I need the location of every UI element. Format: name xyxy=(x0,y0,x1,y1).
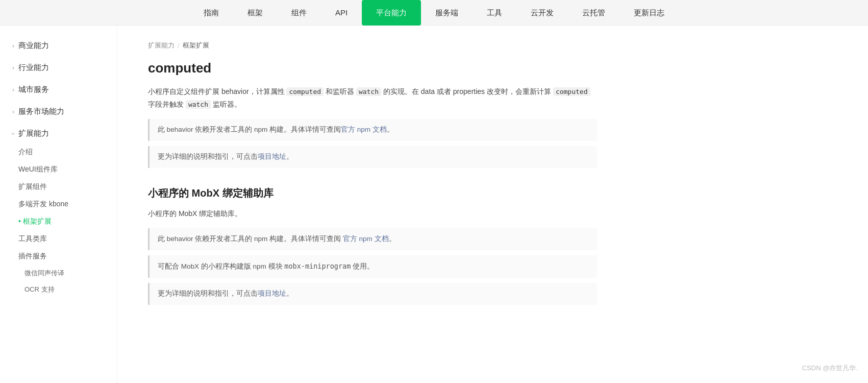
info-block-2: 更为详细的说明和指引，可点击项目地址。 xyxy=(148,146,597,168)
link-npm-doc-2[interactable]: 官方 npm 文档 xyxy=(343,235,389,243)
chevron-icon: › xyxy=(10,133,17,135)
sidebar-item-extend-comp[interactable]: 扩展组件 xyxy=(0,178,117,196)
sidebar-item-tools-lib[interactable]: 工具类库 xyxy=(0,230,117,248)
sidebar-item-plugin[interactable]: 插件服务 xyxy=(0,248,117,265)
nav-item-changelog[interactable]: 更新日志 xyxy=(619,0,679,26)
chevron-icon: › xyxy=(12,86,14,93)
sidebar-subitem-ocr[interactable]: OCR 支持 xyxy=(0,281,117,298)
nav-item-tools[interactable]: 工具 xyxy=(473,0,516,26)
sidebar-group-title-industry[interactable]: › 行业能力 xyxy=(0,58,117,78)
section2-title: 小程序的 MobX 绑定辅助库 xyxy=(148,186,597,200)
nav-item-cloud-hosting[interactable]: 云托管 xyxy=(568,0,619,26)
sidebar-group-title-extend[interactable]: › 扩展能力 xyxy=(0,124,117,143)
nav-item-components[interactable]: 组件 xyxy=(277,0,321,26)
chevron-icon: › xyxy=(12,108,14,115)
section1-description: 小程序自定义组件扩展 behavior，计算属性 computed 和监听器 w… xyxy=(148,85,597,111)
sidebar-item-framework-extend[interactable]: 框架扩展 xyxy=(0,213,117,230)
info-block-5: 更为详细的说明和指引，可点击项目地址。 xyxy=(148,283,597,305)
nav-item-platform[interactable]: 平台能力 xyxy=(362,0,421,26)
sidebar-group-market: › 服务市场能力 xyxy=(0,102,117,122)
info-block-1: 此 behavior 依赖开发者工具的 npm 构建。具体详情可查阅官方 npm… xyxy=(148,119,597,141)
sidebar-group-industry: › 行业能力 xyxy=(0,58,117,78)
sidebar-group-label: 商业能力 xyxy=(18,41,49,51)
chevron-icon: › xyxy=(12,42,14,50)
sidebar-group-extend: › 扩展能力 介绍 WeUI组件库 扩展组件 多端开发 kbone 框架扩展 工… xyxy=(0,124,117,298)
nav-item-api[interactable]: API xyxy=(321,0,362,26)
sidebar-group-label: 城市服务 xyxy=(18,85,49,94)
code-watch: watch xyxy=(356,87,381,96)
nav-item-framework[interactable]: 框架 xyxy=(233,0,277,26)
info-block-3: 此 behavior 依赖开发者工具的 npm 构建。具体详情可查阅 官方 np… xyxy=(148,228,597,250)
sidebar-group-label: 扩展能力 xyxy=(18,129,49,138)
code-mobx: mobx-miniprogram xyxy=(284,262,351,270)
link-project-1[interactable]: 项目地址 xyxy=(258,153,286,160)
sidebar-group-title-market[interactable]: › 服务市场能力 xyxy=(0,102,117,122)
top-nav: 指南 框架 组件 API 平台能力 服务端 工具 云开发 云托管 更新日志 xyxy=(0,0,868,26)
page-title: computed xyxy=(148,60,597,76)
sidebar-group-city: › 城市服务 xyxy=(0,80,117,100)
breadcrumb-current: 框架扩展 xyxy=(183,41,209,50)
nav-item-cloud[interactable]: 云开发 xyxy=(516,0,568,26)
sidebar: › 商业能力 › 行业能力 › 城市服务 › 服务市场能力 › xyxy=(0,26,117,383)
code-watch2: watch xyxy=(186,100,211,109)
nav-item-server[interactable]: 服务端 xyxy=(421,0,473,26)
sidebar-group-label: 服务市场能力 xyxy=(18,107,64,116)
breadcrumb-parent[interactable]: 扩展能力 xyxy=(148,41,175,50)
chevron-icon: › xyxy=(12,64,14,71)
link-npm-doc-1[interactable]: 官方 npm 文档 xyxy=(341,126,387,133)
sidebar-item-kbone[interactable]: 多端开发 kbone xyxy=(0,196,117,213)
nav-item-guide[interactable]: 指南 xyxy=(189,0,233,26)
sidebar-subitem-translate[interactable]: 微信同声传译 xyxy=(0,265,117,281)
section2-description: 小程序的 MobX 绑定辅助库。 xyxy=(148,207,597,220)
sidebar-item-weui[interactable]: WeUI组件库 xyxy=(0,161,117,178)
link-project-2[interactable]: 项目地址 xyxy=(258,290,286,297)
sidebar-group-label: 行业能力 xyxy=(18,63,49,73)
sidebar-group-commercial: › 商业能力 xyxy=(0,36,117,56)
breadcrumb-separator: / xyxy=(178,42,180,50)
sidebar-group-title-city[interactable]: › 城市服务 xyxy=(0,80,117,100)
watermark: CSDN @亦世凡华. xyxy=(802,364,858,373)
code-computed: computed xyxy=(286,87,324,96)
content-area: 扩展能力 / 框架扩展 computed 小程序自定义组件扩展 behavior… xyxy=(117,26,628,383)
sidebar-item-intro[interactable]: 介绍 xyxy=(0,143,117,161)
main-layout: › 商业能力 › 行业能力 › 城市服务 › 服务市场能力 › xyxy=(0,26,868,383)
code-computed2: computed xyxy=(553,87,590,96)
breadcrumb: 扩展能力 / 框架扩展 xyxy=(148,41,597,50)
sidebar-group-title-commercial[interactable]: › 商业能力 xyxy=(0,36,117,56)
info-block-4: 可配合 MobX 的小程序构建版 npm 模块 mobx-miniprogram… xyxy=(148,255,597,278)
